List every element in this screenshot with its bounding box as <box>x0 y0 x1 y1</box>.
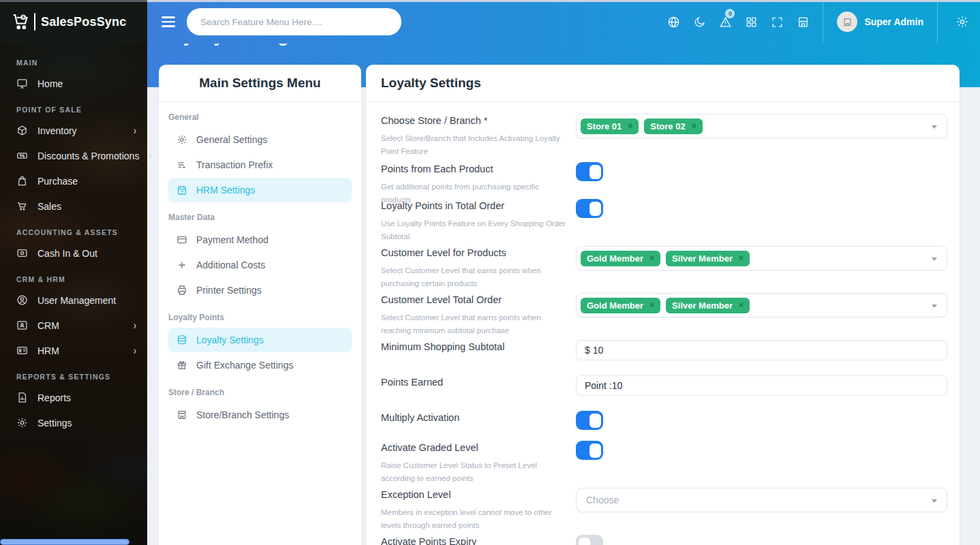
menu-item-printer-settings[interactable]: Printer Settings <box>168 278 352 302</box>
topbar-actions: 0 Super Admin <box>660 0 980 44</box>
menu-item-additional-costs[interactable]: Additional Costs <box>168 253 352 277</box>
menu-item-hrm-settings[interactable]: HRM Settings <box>168 178 352 202</box>
alerts-button[interactable]: 0 <box>712 0 738 44</box>
feature-search[interactable] <box>187 8 401 35</box>
cart-logo-icon: $ <box>11 12 31 32</box>
selected-tag[interactable]: Store 02× <box>644 119 702 134</box>
gear-icon <box>16 417 28 429</box>
sidebar-item-crm[interactable]: CRM › <box>0 313 147 338</box>
language-button[interactable] <box>660 0 686 44</box>
points-expiry-toggle[interactable] <box>576 535 603 545</box>
sidebar-item-reports[interactable]: Reports <box>0 385 147 410</box>
menu-group-loyalty-points: Loyalty Points <box>168 313 352 322</box>
settings-menu-title: Main Settings Menu <box>199 76 320 91</box>
remove-tag-icon[interactable]: × <box>649 301 654 309</box>
nav-section-main: MAIN <box>0 49 147 71</box>
sidebar-item-settings[interactable]: Settings <box>0 410 147 435</box>
sidebar-item-purchase[interactable]: Purchase <box>0 168 147 193</box>
form-row-loyalty-total-order: Loyalty Points in Total Order Use Loyalt… <box>381 199 947 243</box>
logo[interactable]: $ SalesPosSync <box>0 0 147 44</box>
nav-section-pos: POINT OF SALE <box>0 96 147 118</box>
remove-tag-icon[interactable]: × <box>649 254 654 262</box>
selected-tag[interactable]: Silver Member× <box>666 251 750 266</box>
search-input[interactable] <box>199 16 389 28</box>
selected-tag[interactable]: Store 01× <box>581 119 639 134</box>
bag-icon <box>16 175 28 187</box>
fullscreen-button[interactable] <box>764 0 790 44</box>
store-switch-button[interactable] <box>790 0 816 44</box>
selected-tag[interactable]: Gold Member× <box>581 298 660 313</box>
nav-section-crm-hrm: CRM & HRM <box>0 266 147 287</box>
remove-tag-icon[interactable]: × <box>692 122 696 130</box>
sidebar-item-cash-in-out[interactable]: Cash In & Out <box>0 240 147 266</box>
plus-icon <box>177 260 187 270</box>
sidebar-item-home[interactable]: Home <box>0 71 147 96</box>
sidebar-item-sales[interactable]: Sales <box>0 193 147 219</box>
moon-icon <box>693 16 706 29</box>
sidebar-item-discounts[interactable]: Discounts & Promotions › <box>0 143 147 168</box>
sidebar: $ SalesPosSync MAIN Home POINT OF SALE I… <box>0 0 147 545</box>
settings-button[interactable] <box>945 0 980 44</box>
remove-tag-icon[interactable]: × <box>739 254 744 262</box>
form-row-exception-level: Exception Level Members in exception lev… <box>381 488 947 532</box>
menu-item-store-branch-settings[interactable]: Store/Branch Settings <box>168 403 352 427</box>
app-title: SalesPosSync <box>41 15 126 29</box>
sidebar-item-user-management[interactable]: User Management <box>0 287 147 313</box>
box-icon <box>16 125 28 136</box>
customer-level-products-multiselect[interactable]: Gold Member× Silver Member× <box>576 246 947 270</box>
loyalty-settings-card: Loyalty Settings Choose Store / Branch *… <box>366 65 960 545</box>
graded-level-toggle[interactable] <box>576 441 603 460</box>
remove-tag-icon[interactable]: × <box>739 301 744 309</box>
top-strip <box>0 0 980 2</box>
app-window: $ SalesPosSync MAIN Home POINT OF SALE I… <box>0 0 980 545</box>
form-row-customer-level-total: Customer Level Total Order Select Custom… <box>381 293 947 337</box>
menu-item-transaction-prefix[interactable]: Transaction Prefix <box>168 153 352 177</box>
database-icon <box>177 334 187 345</box>
user-circle-icon <box>16 294 28 306</box>
hamburger-menu-icon[interactable] <box>162 16 175 27</box>
customer-level-total-multiselect[interactable]: Gold Member× Silver Member× <box>576 293 947 317</box>
exception-level-select[interactable]: Choose <box>576 488 947 512</box>
menu-item-gift-exchange-settings[interactable]: Gift Exchange Settings <box>168 353 352 377</box>
cart-icon <box>16 200 28 212</box>
chevron-down-icon <box>932 499 937 503</box>
user-name: Super Admin <box>864 16 923 27</box>
multiply-activation-toggle[interactable] <box>576 411 603 430</box>
selected-tag[interactable]: Gold Member× <box>581 251 660 266</box>
menu-group-general: General <box>168 112 352 122</box>
store-icon <box>797 16 810 29</box>
loyalty-total-order-toggle[interactable] <box>576 199 603 218</box>
menu-item-loyalty-settings[interactable]: Loyalty Settings <box>168 328 352 352</box>
form-row-customer-level-products: Customer Level for Products Select Custo… <box>381 246 947 290</box>
selected-tag[interactable]: Silver Member× <box>666 298 750 313</box>
avatar <box>837 12 857 32</box>
monitor-icon <box>16 78 28 89</box>
dark-mode-button[interactable] <box>686 0 712 44</box>
gear-icon <box>177 134 187 145</box>
minimum-subtotal-input[interactable] <box>576 340 947 360</box>
store-branch-multiselect[interactable]: Store 01× Store 02× <box>576 114 947 138</box>
chevron-right-icon: › <box>134 319 136 332</box>
horizontal-scrollbar[interactable] <box>0 539 129 545</box>
printer-icon <box>177 285 187 296</box>
credit-card-icon <box>177 234 187 245</box>
apps-button[interactable] <box>738 0 764 44</box>
user-menu[interactable]: Super Admin <box>830 12 930 32</box>
main-area: Loyalty Settings 0 <box>147 0 980 545</box>
divider <box>937 0 938 44</box>
remove-tag-icon[interactable]: × <box>628 122 632 130</box>
sidebar-item-inventory[interactable]: Inventory › <box>0 118 147 143</box>
menu-item-general-settings[interactable]: General Settings <box>168 127 352 152</box>
form-row-points-earned: Points Earned <box>381 375 947 396</box>
form-row-min-subtotal: Minimum Shopping Subtotal <box>381 340 947 360</box>
badge-icon <box>16 345 28 356</box>
percent-icon <box>16 150 28 161</box>
report-icon <box>16 392 28 403</box>
sidebar-item-hrm[interactable]: HRM › <box>0 338 147 363</box>
menu-group-store-branch: Store / Branch <box>168 388 352 397</box>
divider <box>823 0 823 44</box>
sidebar-nav: MAIN Home POINT OF SALE Inventory › Disc… <box>0 44 147 435</box>
points-earned-input[interactable] <box>576 375 947 396</box>
menu-item-payment-method[interactable]: Payment Method <box>168 228 352 252</box>
points-each-product-toggle[interactable] <box>576 162 603 181</box>
